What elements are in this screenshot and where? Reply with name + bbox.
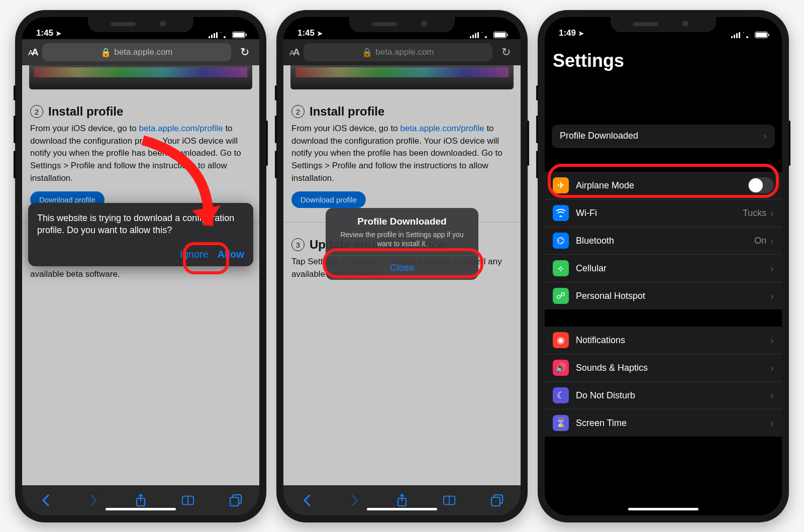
tabs-button[interactable] — [229, 494, 242, 507]
battery-icon — [493, 32, 507, 38]
bluetooth-row[interactable]: ⌬ Bluetooth On› — [545, 227, 782, 255]
reload-icon[interactable]: ↻ — [497, 46, 515, 59]
reload-icon[interactable]: ↻ — [236, 46, 253, 59]
step-2-badge: 2 — [291, 105, 305, 118]
moon-icon: ☾ — [553, 387, 569, 403]
location-icon: ➤ — [317, 30, 323, 37]
sounds-row[interactable]: 🔊 Sounds & Haptics› — [545, 354, 782, 382]
address-field[interactable]: 🔒beta.apple.com — [304, 43, 492, 61]
hotspot-row[interactable]: ☍ Personal Hotspot› — [545, 282, 782, 309]
svg-rect-6 — [230, 497, 239, 506]
sounds-icon: 🔊 — [553, 360, 569, 376]
download-profile-button[interactable]: Download profile — [291, 191, 366, 208]
share-button[interactable] — [134, 494, 147, 507]
airplane-toggle[interactable] — [748, 177, 774, 193]
chevron-right-icon: › — [770, 290, 774, 302]
back-button[interactable] — [300, 494, 314, 507]
settings-title: Settings — [553, 50, 774, 71]
status-time: 1:45 — [36, 28, 53, 38]
status-time: 1:45 — [297, 28, 315, 38]
safari-url-bar: AA 🔒beta.apple.com ↻ — [283, 39, 521, 65]
lock-icon: 🔒 — [362, 47, 372, 58]
address-field[interactable]: 🔒beta.apple.com — [42, 43, 231, 61]
step-2-body: From your iOS device, go to beta.apple.c… — [291, 123, 513, 184]
webpage-content: 2Install profile From your iOS device, g… — [22, 65, 259, 485]
step-2-badge: 2 — [30, 105, 43, 118]
step-3-badge: 3 — [291, 238, 305, 251]
safari-toolbar — [22, 485, 259, 515]
step-2-title: Install profile — [310, 104, 384, 119]
chevron-right-icon: › — [770, 207, 774, 219]
forward-button[interactable] — [87, 494, 100, 507]
battery-icon — [755, 32, 768, 38]
notifications-icon: ◉ — [553, 332, 569, 348]
alert-title: Profile Downloaded — [326, 208, 478, 228]
chevron-right-icon: › — [770, 362, 774, 374]
chevron-right-icon: › — [770, 235, 774, 247]
location-icon: ➤ — [56, 30, 61, 37]
airplane-icon: ✈ — [553, 177, 569, 193]
lock-icon: 🔒 — [100, 47, 111, 58]
status-time: 1:49 — [559, 28, 576, 38]
phone-2: 1:45➤ AA 🔒beta.apple.com ↻ 2Install prof… — [276, 10, 528, 522]
svg-rect-12 — [491, 497, 500, 506]
phone-3: 1:49➤ Settings Profile Downloaded› ✈ Air… — [538, 10, 789, 522]
alert-message: Review the profile in Settings app if yo… — [326, 228, 478, 255]
chevron-right-icon: › — [770, 263, 774, 274]
tabs-button[interactable] — [490, 494, 504, 507]
hotspot-icon: ☍ — [553, 288, 569, 304]
wifi-settings-icon — [553, 205, 569, 221]
text-size-button[interactable]: AA — [289, 47, 298, 58]
location-icon: ➤ — [578, 30, 584, 37]
dnd-row[interactable]: ☾ Do Not Disturb› — [545, 382, 782, 409]
safari-toolbar — [283, 485, 521, 515]
profile-link[interactable]: beta.apple.com/profile — [400, 124, 484, 133]
macbook-image — [290, 65, 514, 89]
home-indicator[interactable] — [106, 508, 176, 510]
chevron-right-icon: › — [770, 390, 774, 401]
cellular-row[interactable]: ⟡ Cellular› — [545, 255, 782, 282]
hourglass-icon: ⌛ — [553, 415, 569, 431]
signal-icon — [209, 32, 218, 38]
wifi-icon — [743, 32, 752, 38]
home-indicator[interactable] — [367, 508, 437, 510]
step-2-title: Install profile — [48, 104, 123, 119]
bluetooth-icon: ⌬ — [553, 233, 569, 249]
bookmarks-button[interactable] — [181, 494, 194, 507]
settings-app: Settings Profile Downloaded› ✈ Airplane … — [545, 39, 782, 515]
bookmarks-button[interactable] — [443, 494, 456, 507]
signal-icon — [731, 32, 740, 38]
annotation-arrow — [133, 130, 233, 251]
chevron-right-icon: › — [770, 417, 774, 429]
close-button[interactable]: Close — [326, 255, 478, 280]
forward-button[interactable] — [348, 494, 361, 507]
profile-downloaded-alert: Profile Downloaded Review the profile in… — [326, 208, 478, 280]
cellular-icon: ⟡ — [553, 260, 569, 276]
text-size-button[interactable]: AA — [28, 47, 37, 58]
airplane-mode-row[interactable]: ✈ Airplane Mode — [545, 172, 782, 199]
notifications-row[interactable]: ◉ Notifications› — [545, 327, 782, 354]
phone-1: 1:45➤ AA 🔒beta.apple.com ↻ 2Install prof… — [15, 10, 266, 522]
share-button[interactable] — [395, 494, 409, 507]
wifi-icon — [482, 32, 490, 38]
battery-icon — [232, 32, 245, 38]
macbook-image — [29, 65, 252, 89]
profile-downloaded-row[interactable]: Profile Downloaded› — [552, 125, 775, 148]
svg-marker-0 — [192, 205, 221, 226]
chevron-right-icon: › — [763, 130, 767, 142]
wifi-icon — [221, 32, 229, 38]
home-indicator[interactable] — [628, 508, 698, 510]
chevron-right-icon: › — [770, 335, 774, 346]
signal-icon — [470, 32, 479, 38]
back-button[interactable] — [39, 494, 52, 507]
safari-url-bar: AA 🔒beta.apple.com ↻ — [22, 39, 259, 65]
wifi-row[interactable]: Wi-Fi Tucks› — [545, 199, 782, 227]
screen-time-row[interactable]: ⌛ Screen Time› — [545, 409, 782, 437]
